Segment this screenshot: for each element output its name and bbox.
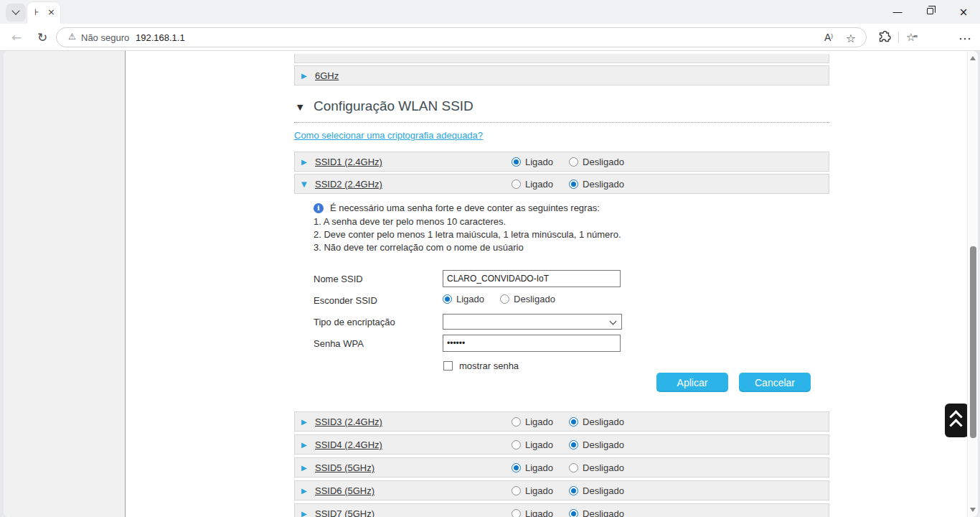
ssid-name-input[interactable]: [443, 270, 621, 287]
ssid-name-label: Nome SSID: [314, 274, 363, 284]
not-secure-warning-icon[interactable]: ⚠: [68, 32, 76, 42]
ssid4-link[interactable]: SSID4 (2.4GHz): [315, 435, 382, 455]
row-ssid7[interactable]: ▶ SSID7 (5GHz) Ligado Desligado: [294, 503, 829, 517]
password-rules-intro: É necessário uma senha forte e deve cont…: [330, 202, 600, 213]
page-left-panel: [4, 51, 126, 517]
add-favorite-button[interactable]: ☆: [846, 32, 856, 45]
radio-ligado[interactable]: [443, 294, 452, 304]
radio-ligado-label: Ligado: [525, 179, 553, 190]
radio-ligado[interactable]: [512, 486, 521, 495]
ssid7-link[interactable]: SSID7 (5GHz): [315, 504, 374, 517]
close-button[interactable]: ×: [947, 0, 980, 24]
encryption-type-label: Tipo de encriptação: [314, 317, 395, 327]
scroll-to-top-button[interactable]: [945, 404, 969, 437]
page-title: Configuração WLAN SSID: [314, 98, 473, 114]
close-icon: ×: [959, 6, 969, 19]
ssid3-link[interactable]: SSID3 (2.4GHz): [315, 412, 382, 432]
security-label[interactable]: Não seguro: [81, 32, 129, 43]
row-band-6ghz[interactable]: ▶ 6GHz: [294, 65, 829, 85]
read-aloud-button[interactable]: A): [824, 32, 833, 43]
collapsed-triangle-icon: ▶: [301, 441, 307, 449]
restore-icon: [927, 8, 933, 14]
radio-ligado[interactable]: [512, 509, 521, 517]
ssid7-radio-group: Ligado Desligado: [512, 504, 640, 517]
row-ssid5[interactable]: ▶ SSID5 (5GHz) Ligado Desligado: [294, 457, 829, 478]
back-button[interactable]: ←: [6, 24, 27, 51]
radio-desligado-label: Desligado: [583, 485, 624, 496]
cancel-button[interactable]: Cancelar: [739, 373, 811, 392]
scrollbar-down-arrow[interactable]: [970, 508, 976, 512]
browser-tab-strip: ⊦ × — ×: [0, 0, 980, 24]
refresh-button[interactable]: ↻: [32, 24, 53, 51]
row-ssid6[interactable]: ▶ SSID6 (5GHz) Ligado Desligado: [294, 480, 829, 500]
radio-ligado[interactable]: [512, 463, 521, 472]
password-rule-3: 3. Não deve ter correlação com o nome de…: [314, 242, 524, 253]
ssid5-radio-group: Ligado Desligado: [512, 458, 640, 478]
read-aloud-icon: A: [824, 32, 831, 43]
star-icon: ☆: [846, 32, 856, 45]
tab-close-icon[interactable]: ×: [47, 6, 55, 17]
settings-menu-button[interactable]: ⋯: [958, 31, 971, 46]
radio-desligado[interactable]: [569, 417, 578, 427]
crypto-help-link[interactable]: Como selecionar uma criptografia adequad…: [294, 130, 483, 141]
radio-ligado[interactable]: [512, 157, 521, 167]
tab-title: ⊦: [34, 7, 39, 17]
radio-ligado-label: Ligado: [525, 439, 553, 450]
show-password-checkbox[interactable]: [443, 361, 453, 371]
radio-desligado[interactable]: [569, 440, 578, 450]
row-ssid2[interactable]: ▼ SSID2 (2.4GHz) Ligado Desligado: [294, 174, 829, 194]
url-text[interactable]: 192.168.1.1: [136, 32, 185, 43]
radio-desligado[interactable]: [569, 486, 578, 495]
wpa-password-label: Senha WPA: [314, 338, 364, 349]
show-password-label: mostrar senha: [459, 360, 519, 371]
radio-desligado-label: Desligado: [583, 462, 624, 473]
apply-button[interactable]: Aplicar: [656, 373, 728, 392]
collapsed-triangle-icon: ▶: [301, 418, 307, 426]
page-scrollbar[interactable]: [967, 51, 978, 517]
radio-ligado-label: Ligado: [525, 508, 553, 517]
radio-desligado[interactable]: [569, 509, 578, 517]
radio-desligado[interactable]: [569, 157, 578, 167]
password-rule-1: 1. A senha deve ter pelo menos 10 caract…: [314, 216, 506, 227]
ssid4-radio-group: Ligado Desligado: [512, 435, 640, 455]
address-bar[interactable]: ⚠ Não seguro 192.168.1.1 A) ☆: [56, 27, 867, 47]
browser-tab[interactable]: ⊦ ×: [27, 2, 60, 24]
radio-desligado-label: Desligado: [514, 294, 555, 304]
radio-ligado-label: Ligado: [525, 462, 553, 473]
wpa-password-input[interactable]: [443, 335, 621, 352]
ssid2-radio-group: Ligado Desligado: [512, 174, 640, 194]
row-ssid3[interactable]: ▶ SSID3 (2.4GHz) Ligado Desligado: [294, 411, 829, 432]
radio-desligado[interactable]: [569, 180, 578, 189]
scrollbar-thumb[interactable]: [970, 246, 976, 438]
hide-ssid-radio-group: Ligado Desligado: [443, 292, 571, 305]
ssid1-link[interactable]: SSID1 (2.4GHz): [315, 152, 382, 172]
section-heading: ▼ Configuração WLAN SSID: [294, 97, 829, 123]
radio-ligado[interactable]: [512, 417, 521, 427]
ssid6-link[interactable]: SSID6 (5GHz): [315, 481, 374, 500]
extensions-button[interactable]: [879, 31, 891, 46]
radio-ligado[interactable]: [512, 180, 521, 189]
ssid2-link[interactable]: SSID2 (2.4GHz): [315, 174, 382, 194]
collapsed-triangle-icon: ▶: [301, 72, 307, 80]
restore-button[interactable]: [914, 0, 947, 24]
radio-desligado[interactable]: [500, 294, 509, 304]
menu-dots-icon: ⋯: [958, 31, 971, 46]
ssid5-link[interactable]: SSID5 (5GHz): [315, 458, 374, 478]
encryption-type-select[interactable]: [443, 314, 622, 330]
chevron-down-icon: [11, 6, 19, 14]
radio-desligado[interactable]: [569, 463, 578, 472]
row-ssid4[interactable]: ▶ SSID4 (2.4GHz) Ligado Desligado: [294, 434, 829, 455]
collapsed-triangle-icon: ▶: [301, 510, 307, 517]
tab-search-button[interactable]: [6, 4, 26, 22]
radio-ligado-label: Ligado: [525, 157, 553, 167]
back-icon: ←: [11, 30, 22, 45]
collapsed-triangle-icon: ▶: [301, 158, 307, 166]
row-ssid1[interactable]: ▶ SSID1 (2.4GHz) Ligado Desligado: [294, 152, 829, 172]
radio-ligado[interactable]: [512, 440, 521, 450]
expanded-triangle-icon[interactable]: ▼: [297, 103, 303, 112]
favorites-button[interactable]: ☆ ≡: [906, 31, 915, 44]
minimize-button[interactable]: —: [881, 0, 914, 24]
scrollbar-up-arrow[interactable]: [970, 56, 976, 60]
band-6ghz-link[interactable]: 6GHz: [315, 66, 339, 85]
extensions-icon: [879, 31, 891, 43]
